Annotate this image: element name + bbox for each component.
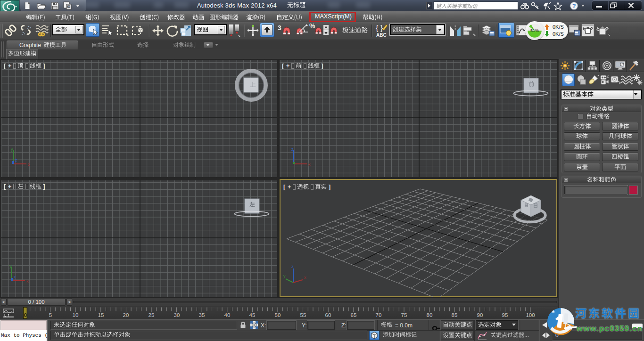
svg-text:y: y xyxy=(9,264,12,268)
svg-text:y: y xyxy=(283,274,286,278)
svg-text:z: z xyxy=(14,275,16,279)
svg-text:x: x xyxy=(308,162,311,167)
svg-text:z: z xyxy=(291,264,294,269)
svg-text:51%: 51% xyxy=(530,28,539,33)
svg-text:ABC: ABC xyxy=(376,32,387,38)
svg-text:?: ? xyxy=(572,3,576,9)
svg-text:z: z xyxy=(15,158,17,162)
svg-text:z: z xyxy=(291,147,294,152)
svg-text:y: y xyxy=(11,147,13,152)
svg-text:x: x xyxy=(304,275,306,280)
svg-text:x: x xyxy=(26,279,29,284)
svg-text:{ }: { } xyxy=(376,24,383,32)
svg-text:x: x xyxy=(28,162,30,167)
